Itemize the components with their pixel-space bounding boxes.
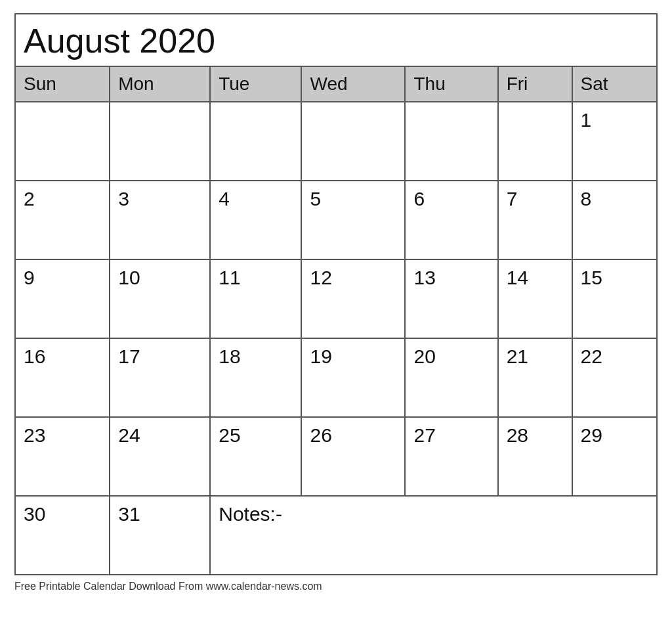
week-row-3: 9 10 11 12 13 14 15 — [15, 259, 657, 338]
day-cell-30: 30 — [15, 496, 110, 575]
header-sun: Sun — [15, 66, 110, 102]
footer-text: Free Printable Calendar Download From ww… — [14, 581, 658, 592]
day-cell-17: 17 — [110, 338, 210, 417]
week-row-4: 16 17 18 19 20 21 22 — [15, 338, 657, 417]
day-cell-12: 12 — [301, 259, 405, 338]
days-header-row: Sun Mon Tue Wed Thu Fri Sat — [15, 66, 657, 102]
header-thu: Thu — [405, 66, 497, 102]
header-mon: Mon — [110, 66, 210, 102]
day-cell — [498, 102, 572, 181]
header-fri: Fri — [498, 66, 572, 102]
day-cell-4: 4 — [210, 181, 301, 259]
day-cell-5: 5 — [301, 181, 405, 259]
day-cell-23: 23 — [15, 417, 110, 496]
header-tue: Tue — [210, 66, 301, 102]
day-cell — [210, 102, 301, 181]
day-cell — [301, 102, 405, 181]
day-cell-20: 20 — [405, 338, 497, 417]
day-cell-31: 31 — [110, 496, 210, 575]
day-cell-19: 19 — [301, 338, 405, 417]
day-cell-29: 29 — [572, 417, 657, 496]
day-cell-10: 10 — [110, 259, 210, 338]
calendar-title: August 2020 — [14, 13, 658, 66]
day-cell-11: 11 — [210, 259, 301, 338]
day-cell-16: 16 — [15, 338, 110, 417]
day-cell-28: 28 — [498, 417, 572, 496]
calendar-table: Sun Mon Tue Wed Thu Fri Sat 1 — [14, 66, 658, 575]
day-cell-1: 1 — [572, 102, 657, 181]
day-cell-2: 2 — [15, 181, 110, 259]
day-cell-13: 13 — [405, 259, 497, 338]
calendar-container: August 2020 Sun Mon Tue Wed Thu Fri Sat — [14, 13, 658, 592]
week-row-2: 2 3 4 5 6 7 8 — [15, 181, 657, 259]
day-cell-6: 6 — [405, 181, 497, 259]
day-cell-7: 7 — [498, 181, 572, 259]
day-cell-15: 15 — [572, 259, 657, 338]
notes-cell: Notes:- — [210, 496, 657, 575]
day-cell-18: 18 — [210, 338, 301, 417]
day-cell-25: 25 — [210, 417, 301, 496]
day-cell-9: 9 — [15, 259, 110, 338]
day-cell-24: 24 — [110, 417, 210, 496]
day-cell-26: 26 — [301, 417, 405, 496]
day-cell — [15, 102, 110, 181]
header-sat: Sat — [572, 66, 657, 102]
day-cell-21: 21 — [498, 338, 572, 417]
week-row-1: 1 — [15, 102, 657, 181]
day-cell — [110, 102, 210, 181]
header-wed: Wed — [301, 66, 405, 102]
day-cell — [405, 102, 497, 181]
day-cell-14: 14 — [498, 259, 572, 338]
day-cell-22: 22 — [572, 338, 657, 417]
day-cell-27: 27 — [405, 417, 497, 496]
day-cell-8: 8 — [572, 181, 657, 259]
week-row-6: 30 31 Notes:- — [15, 496, 657, 575]
week-row-5: 23 24 25 26 27 28 29 — [15, 417, 657, 496]
day-cell-3: 3 — [110, 181, 210, 259]
